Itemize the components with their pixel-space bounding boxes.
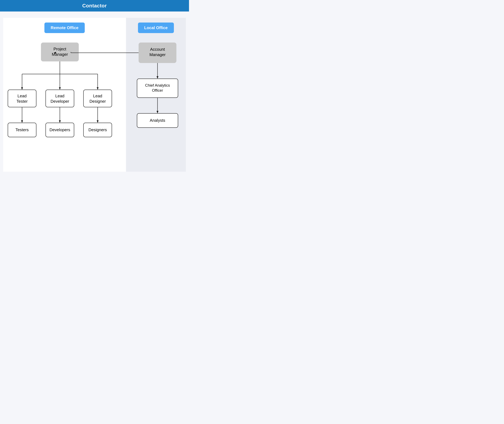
app-title: Contactor: [82, 3, 107, 8]
developers-label: Developers: [50, 127, 70, 132]
arrow-to-designer: [97, 87, 99, 90]
header: Contactor: [0, 0, 189, 12]
remote-section: Remote Office Project Manager: [3, 18, 126, 172]
account-manager-label: Account: [150, 47, 165, 52]
testers-label: Testers: [15, 127, 29, 132]
arrow-to-developer: [59, 87, 61, 90]
arrow-am-cao: [156, 76, 158, 79]
remote-org-chart: Project Manager Lead Tester L: [5, 43, 124, 172]
local-office-badge: Local Office: [138, 23, 174, 33]
arrow-developers: [59, 120, 61, 123]
arrow-cao-analysts: [156, 111, 158, 113]
lead-designer-label: Lead: [93, 94, 102, 98]
lead-tester-label: Lead: [18, 94, 27, 98]
lead-developer-label2: Developer: [50, 99, 69, 104]
local-section: Local Office Account Manager Chief Analy…: [126, 18, 186, 172]
lead-tester-label2: Tester: [17, 99, 28, 104]
lead-developer-label: Lead: [55, 94, 64, 98]
cao-label2: Officer: [152, 88, 163, 93]
arrow-to-tester: [21, 87, 23, 90]
analysts-label: Analysts: [150, 118, 165, 123]
local-org-chart: Account Manager Chief Analytics Officer …: [126, 43, 186, 172]
lead-developer-node: [46, 90, 74, 107]
project-manager-label: Project: [54, 47, 67, 51]
arrow-designers: [97, 120, 99, 123]
lead-tester-node: [8, 90, 36, 107]
designers-label: Designers: [88, 127, 107, 132]
remote-office-badge: Remote Office: [44, 23, 85, 33]
account-manager-label2: Manager: [149, 52, 166, 57]
arrow-testers: [21, 120, 23, 123]
cao-label: Chief Analytics: [145, 83, 170, 87]
lead-designer-node: [83, 90, 112, 107]
lead-designer-label2: Designer: [89, 99, 106, 104]
main-content: Remote Office Project Manager: [0, 12, 189, 178]
